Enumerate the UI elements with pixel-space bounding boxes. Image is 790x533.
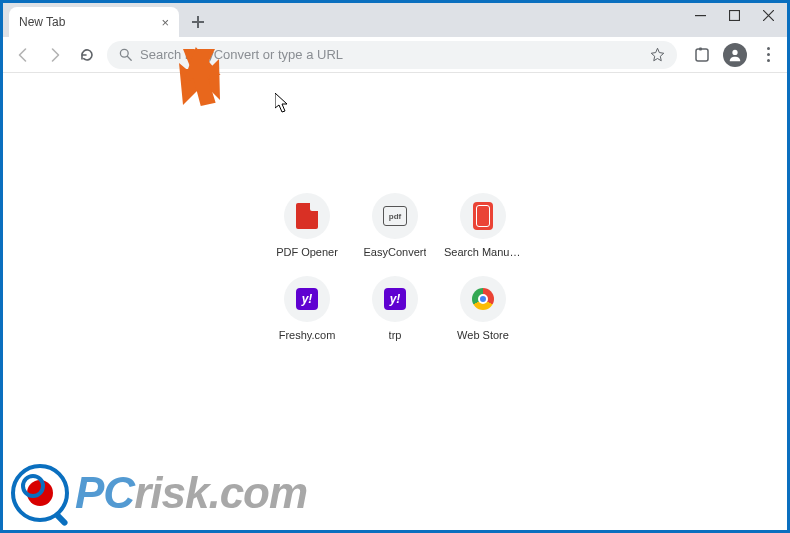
back-button[interactable] — [11, 43, 35, 67]
svg-rect-1 — [729, 10, 739, 20]
minimize-icon — [695, 10, 706, 21]
shortcut-tile[interactable]: Search Manua... — [443, 193, 523, 258]
shortcut-label: EasyConvert — [364, 246, 427, 258]
shortcut-icon: y! — [372, 276, 418, 322]
tab-strip: New Tab × — [3, 3, 787, 37]
shortcut-label: PDF Opener — [276, 246, 338, 258]
close-icon — [763, 10, 774, 21]
shortcut-icon — [284, 193, 330, 239]
new-tab-content: PDF OpenerpdfEasyConvertSearch Manua...y… — [3, 73, 787, 500]
new-tab-button[interactable] — [185, 9, 211, 35]
shortcut-label: trp — [389, 329, 402, 341]
address-input[interactable] — [140, 47, 642, 62]
shortcut-icon — [460, 193, 506, 239]
window-controls — [683, 3, 785, 27]
svg-point-2 — [120, 49, 128, 57]
reload-button[interactable] — [75, 43, 99, 67]
shortcut-tile[interactable]: y!Freshy.com — [267, 276, 347, 341]
star-icon[interactable] — [650, 47, 665, 62]
svg-rect-4 — [699, 47, 702, 50]
shortcut-label: Search Manua... — [444, 246, 522, 258]
reload-icon — [79, 47, 95, 63]
profile-button[interactable] — [723, 43, 747, 67]
shortcut-icon: y! — [284, 276, 330, 322]
svg-point-5 — [732, 49, 737, 54]
shortcut-icon: pdf — [372, 193, 418, 239]
arrow-left-icon — [15, 47, 31, 63]
search-icon — [119, 48, 132, 61]
maximize-button[interactable] — [717, 3, 751, 27]
browser-toolbar — [3, 37, 787, 73]
forward-button[interactable] — [43, 43, 67, 67]
plus-icon — [192, 16, 204, 28]
close-tab-icon[interactable]: × — [161, 16, 169, 29]
svg-rect-0 — [695, 15, 706, 16]
close-window-button[interactable] — [751, 3, 785, 27]
extension-icon — [694, 47, 710, 63]
kebab-menu-icon — [767, 47, 770, 62]
toolbar-right — [691, 43, 779, 67]
shortcut-grid: PDF OpenerpdfEasyConvertSearch Manua...y… — [267, 193, 523, 341]
address-bar[interactable] — [107, 41, 677, 69]
shortcut-tile[interactable]: pdfEasyConvert — [355, 193, 435, 258]
extensions-button[interactable] — [691, 44, 713, 66]
tab-title: New Tab — [19, 15, 65, 29]
person-icon — [728, 48, 742, 62]
shortcut-label: Freshy.com — [279, 329, 336, 341]
arrow-right-icon — [47, 47, 63, 63]
browser-tab[interactable]: New Tab × — [9, 7, 179, 37]
maximize-icon — [729, 10, 740, 21]
shortcut-icon — [460, 276, 506, 322]
shortcut-label: Web Store — [457, 329, 509, 341]
shortcut-tile[interactable]: y!trp — [355, 276, 435, 341]
shortcut-tile[interactable]: Web Store — [443, 276, 523, 341]
menu-button[interactable] — [757, 44, 779, 66]
minimize-button[interactable] — [683, 3, 717, 27]
shortcut-tile[interactable]: PDF Opener — [267, 193, 347, 258]
svg-rect-3 — [696, 49, 708, 61]
